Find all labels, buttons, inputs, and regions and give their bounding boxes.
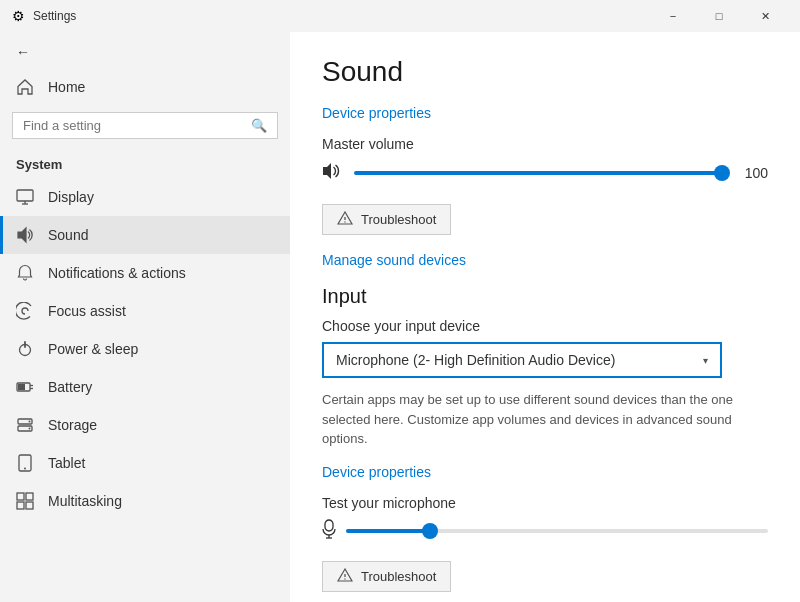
microphone-slider-row [322, 519, 768, 543]
tablet-icon [16, 454, 34, 472]
choose-input-label: Choose your input device [322, 318, 768, 334]
page-title: Sound [322, 56, 768, 88]
battery-icon [16, 378, 34, 396]
svg-point-12 [29, 421, 31, 423]
sidebar-item-home[interactable]: Home [0, 68, 290, 106]
minimize-button[interactable]: − [650, 0, 696, 32]
svg-point-15 [24, 468, 26, 470]
content-area: Sound Device properties Master volume 10… [290, 32, 800, 602]
svg-rect-23 [325, 520, 333, 531]
sidebar-item-battery[interactable]: Battery [0, 368, 290, 406]
sidebar: ← Home 🔍 System [0, 32, 290, 602]
notifications-icon [16, 264, 34, 282]
sidebar-item-display[interactable]: Display [0, 178, 290, 216]
input-info-text: Certain apps may be set up to use differ… [322, 390, 768, 449]
microphone-level-track[interactable] [346, 529, 768, 533]
sidebar-search[interactable]: 🔍 [12, 112, 278, 139]
sidebar-item-tablet-label: Tablet [48, 455, 85, 471]
sidebar-item-notifications[interactable]: Notifications & actions [0, 254, 290, 292]
storage-icon [16, 416, 34, 434]
svg-rect-18 [17, 502, 24, 509]
input-device-properties-link[interactable]: Device properties [322, 464, 431, 480]
sidebar-item-tablet[interactable]: Tablet [0, 444, 290, 482]
sidebar-item-display-label: Display [48, 189, 94, 205]
sidebar-item-power-label: Power & sleep [48, 341, 138, 357]
titlebar-title: Settings [33, 9, 76, 23]
microphone-slider-thumb[interactable] [422, 523, 438, 539]
sidebar-item-focus-label: Focus assist [48, 303, 126, 319]
back-icon: ← [16, 44, 30, 60]
sidebar-item-sound-label: Sound [48, 227, 88, 243]
input-troubleshoot-label: Troubleshoot [361, 569, 436, 584]
sound-icon [16, 226, 34, 244]
focus-icon [16, 302, 34, 320]
app-icon: ⚙ [12, 8, 25, 24]
sidebar-section-label: System [0, 145, 290, 178]
svg-marker-3 [18, 228, 26, 242]
input-device-value: Microphone (2- High Definition Audio Dev… [336, 352, 615, 368]
sidebar-item-power[interactable]: Power & sleep [0, 330, 290, 368]
power-icon [16, 340, 34, 358]
sidebar-item-notifications-label: Notifications & actions [48, 265, 186, 281]
display-icon [16, 188, 34, 206]
svg-marker-20 [323, 163, 331, 179]
search-icon: 🔍 [251, 118, 267, 133]
sidebar-item-multitasking-label: Multitasking [48, 493, 122, 509]
volume-slider-track [354, 171, 722, 175]
svg-rect-19 [26, 502, 33, 509]
sidebar-item-multitasking[interactable]: Multitasking [0, 482, 290, 520]
svg-rect-16 [17, 493, 24, 500]
home-label: Home [48, 79, 85, 95]
titlebar-controls: − □ ✕ [650, 0, 788, 32]
multitasking-icon [16, 492, 34, 510]
svg-point-13 [29, 428, 31, 430]
input-device-dropdown[interactable]: Microphone (2- High Definition Audio Dev… [322, 342, 722, 378]
microphone-level-fill [346, 529, 430, 533]
volume-value: 100 [732, 165, 768, 181]
microphone-icon [322, 519, 336, 543]
manage-sound-devices-link[interactable]: Manage sound devices [322, 252, 466, 268]
sidebar-item-storage-label: Storage [48, 417, 97, 433]
svg-point-27 [344, 578, 345, 579]
titlebar-left: ⚙ Settings [12, 8, 76, 24]
svg-rect-17 [26, 493, 33, 500]
output-troubleshoot-button[interactable]: Troubleshoot [322, 204, 451, 235]
sidebar-item-focus[interactable]: Focus assist [0, 292, 290, 330]
test-microphone-label: Test your microphone [322, 495, 768, 511]
input-warning-icon [337, 568, 353, 585]
close-button[interactable]: ✕ [742, 0, 788, 32]
sidebar-item-storage[interactable]: Storage [0, 406, 290, 444]
warning-icon [337, 211, 353, 228]
sidebar-item-sound[interactable]: Sound [0, 216, 290, 254]
master-volume-label: Master volume [322, 136, 768, 152]
volume-slider[interactable] [354, 163, 722, 183]
svg-point-22 [344, 221, 345, 222]
svg-rect-7 [18, 384, 25, 390]
search-input[interactable] [23, 118, 243, 133]
app-body: ← Home 🔍 System [0, 32, 800, 602]
output-device-properties-link[interactable]: Device properties [322, 105, 431, 121]
sidebar-item-battery-label: Battery [48, 379, 92, 395]
input-section-title: Input [322, 285, 768, 308]
volume-slider-thumb[interactable] [714, 165, 730, 181]
volume-icon [322, 162, 344, 184]
home-icon [16, 78, 34, 96]
output-troubleshoot-label: Troubleshoot [361, 212, 436, 227]
titlebar: ⚙ Settings − □ ✕ [0, 0, 800, 32]
svg-rect-0 [17, 190, 33, 201]
chevron-down-icon: ▾ [703, 355, 708, 366]
master-volume-row: 100 [322, 162, 768, 184]
input-troubleshoot-button[interactable]: Troubleshoot [322, 561, 451, 592]
back-button[interactable]: ← [0, 36, 290, 68]
maximize-button[interactable]: □ [696, 0, 742, 32]
